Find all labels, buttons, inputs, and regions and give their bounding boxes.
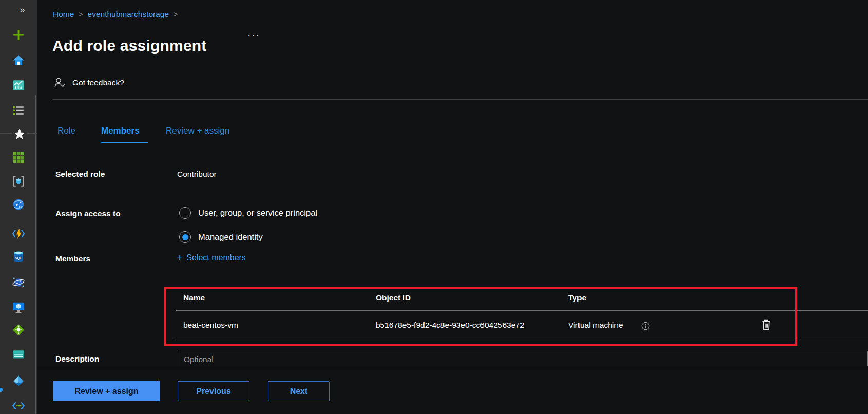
load-balancer-icon — [12, 323, 25, 336]
sidebar-item-function-app[interactable] — [12, 227, 25, 240]
storage-account-icon — [12, 348, 25, 361]
azure-portal-page: » — [0, 0, 868, 414]
sidebar-collapse-button[interactable]: » — [20, 4, 25, 15]
resource-groups-icon — [12, 175, 25, 188]
code-dots-icon — [12, 399, 25, 412]
radio-option-label: Managed identity — [198, 232, 263, 242]
pyramid-icon — [12, 374, 25, 387]
sidebar-item-create-resource[interactable] — [12, 28, 25, 42]
member-name-cell: beat-centos-vm — [183, 321, 238, 330]
sidebar-item-cosmos-db[interactable] — [12, 276, 25, 289]
table-header-name: Name — [183, 293, 205, 303]
radio-unselected-icon[interactable] — [179, 207, 191, 219]
sidebar-item-all-resources[interactable] — [12, 150, 25, 164]
table-header-object-id: Object ID — [376, 293, 411, 303]
plus-icon: + — [177, 251, 183, 264]
select-members-link[interactable]: + Select members — [177, 252, 246, 264]
radio-option-user-group[interactable]: User, group, or service principal — [179, 207, 317, 219]
sidebar-item-load-balancers[interactable] — [12, 323, 25, 336]
sidebar-item-app-services[interactable] — [12, 198, 25, 211]
dashboard-icon — [12, 79, 25, 92]
sidebar-item-azure-active-directory[interactable] — [12, 374, 25, 387]
member-object-id-cell: b51678e5-f9d2-4c8e-93e0-cc6042563e72 — [376, 321, 525, 330]
delete-member-button[interactable] — [759, 317, 774, 332]
page-title: Add role assignment — [52, 37, 207, 54]
header-divider — [53, 99, 868, 100]
sidebar-item-all-services[interactable] — [12, 104, 25, 117]
selected-role-label: Selected role — [55, 170, 105, 179]
trash-icon — [759, 317, 774, 332]
table-header-type: Type — [568, 293, 586, 303]
selected-role-value: Contributor — [177, 170, 217, 179]
breadcrumb-separator: > — [173, 10, 178, 18]
radio-option-label: User, group, or service principal — [198, 208, 317, 218]
red-highlight-annotation — [164, 287, 797, 346]
radio-option-managed-identity[interactable]: Managed identity — [179, 231, 263, 243]
star-icon — [13, 127, 26, 141]
active-tab-underline — [101, 142, 148, 143]
next-button[interactable]: Next — [268, 381, 330, 401]
sql-database-icon: SQL — [12, 250, 25, 264]
tab-review-assign[interactable]: Review + assign — [166, 126, 229, 136]
table-header-divider — [176, 310, 868, 311]
globe-icon — [12, 198, 25, 211]
sidebar-item-code-network[interactable] — [12, 399, 25, 412]
review-assign-button[interactable]: Review + assign — [53, 381, 160, 401]
sidebar-scrollbar[interactable] — [35, 95, 36, 414]
breadcrumb-separator: > — [79, 10, 83, 18]
more-options-icon[interactable]: ··· — [247, 30, 260, 41]
member-type-cell: Virtual machine — [568, 321, 623, 330]
sidebar: » — [0, 0, 37, 414]
sidebar-item-dashboard[interactable] — [12, 79, 25, 92]
sidebar-item-home[interactable] — [12, 54, 25, 67]
tab-role[interactable]: Role — [57, 126, 75, 136]
virtual-machine-icon — [12, 300, 25, 314]
info-icon[interactable] — [641, 322, 650, 330]
members-label: Members — [55, 254, 90, 264]
svg-text:SQL: SQL — [15, 256, 23, 260]
plus-icon — [12, 28, 25, 42]
breadcrumb: Home>eventhubmarchstorage> — [53, 10, 182, 19]
got-feedback-button[interactable]: Got feedback? — [53, 76, 124, 89]
cosmos-db-icon — [12, 276, 25, 289]
tab-members[interactable]: Members — [101, 126, 140, 136]
sidebar-item-resource-groups[interactable] — [12, 175, 25, 188]
select-members-label: Select members — [186, 253, 246, 262]
footer-action-bar — [37, 366, 868, 414]
breadcrumb-link-eventhubmarchstorage[interactable]: eventhubmarchstorage — [88, 10, 169, 18]
sidebar-item-favorites[interactable] — [12, 127, 27, 141]
active-item-indicator — [0, 388, 3, 392]
sidebar-item-virtual-machines[interactable] — [12, 300, 25, 314]
function-app-icon — [12, 227, 25, 240]
got-feedback-label: Got feedback? — [72, 78, 124, 87]
all-services-icon — [12, 104, 25, 117]
sidebar-item-storage-accounts[interactable] — [12, 348, 25, 361]
sidebar-item-sql-databases[interactable]: SQL — [12, 250, 25, 264]
grid-icon — [12, 150, 25, 164]
breadcrumb-link-home[interactable]: Home — [53, 10, 74, 18]
home-icon — [12, 54, 25, 67]
table-row-divider — [176, 338, 868, 338]
feedback-person-icon — [53, 76, 67, 89]
assign-access-to-label: Assign access to — [55, 209, 121, 218]
radio-selected-icon[interactable] — [179, 231, 191, 243]
previous-button[interactable]: Previous — [178, 381, 249, 401]
description-label: Description — [55, 354, 99, 364]
